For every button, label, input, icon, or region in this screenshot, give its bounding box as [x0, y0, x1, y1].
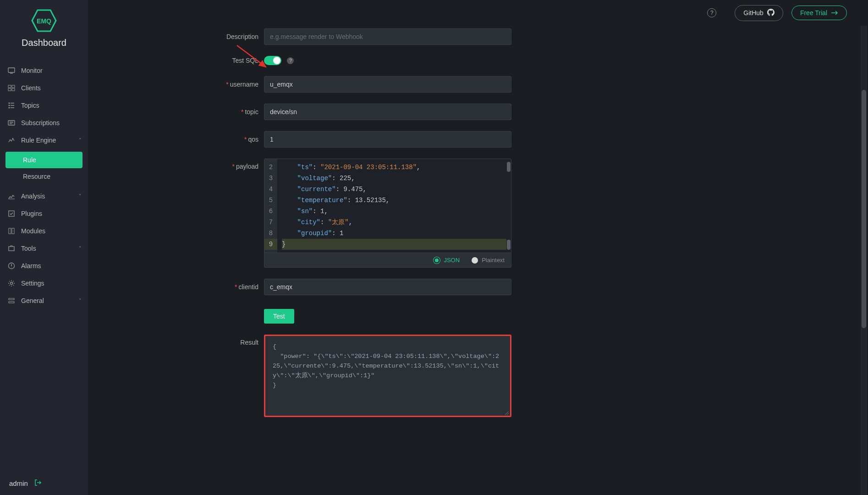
logout-icon[interactable] — [34, 479, 42, 488]
nav-label: Topics — [21, 102, 39, 109]
code-line: "voltage": 225, — [282, 173, 506, 184]
emq-logo-icon: EMQ — [31, 9, 57, 32]
topic-input[interactable] — [264, 104, 511, 120]
nav-label: Subscriptions — [21, 119, 60, 126]
github-button[interactable]: GitHub — [735, 5, 783, 21]
sidebar-footer: admin — [0, 472, 88, 495]
svg-point-18 — [11, 282, 13, 285]
nav-label: Tools — [21, 245, 36, 252]
svg-point-11 — [10, 139, 11, 140]
code-line: "ts": "2021-09-04 23:05:11.138", — [282, 162, 506, 173]
arrow-right-icon — [831, 9, 838, 16]
monitor-icon — [7, 66, 16, 75]
subscriptions-icon — [7, 119, 16, 127]
sidebar-item-clients[interactable]: Clients — [0, 79, 88, 97]
result-label: Result — [88, 335, 264, 346]
nav-label: Rule Engine — [21, 137, 56, 144]
help-icon[interactable]: ? — [707, 8, 716, 17]
test-sql-toggle[interactable] — [264, 56, 281, 65]
result-text: { "power": "{\"ts\":\"2021-09-04 23:05:1… — [273, 343, 499, 389]
plugins-icon — [7, 209, 16, 218]
payload-editor[interactable]: 23456789 "ts": "2021-09-04 23:05:11.138"… — [264, 159, 511, 253]
description-label: Description — [88, 33, 264, 40]
nav-label: General — [21, 297, 44, 304]
sidebar-item-subscriptions[interactable]: Subscriptions — [0, 114, 88, 132]
chevron-up-icon: ˄ — [79, 138, 82, 143]
content: Description Test SQL ? *username *topic — [88, 26, 868, 495]
modules-icon — [7, 227, 16, 235]
svg-rect-15 — [12, 228, 14, 234]
result-output[interactable]: { "power": "{\"ts\":\"2021-09-04 23:05:1… — [264, 335, 511, 417]
sidebar-item-general[interactable]: General˅ — [0, 292, 88, 309]
svg-rect-5 — [8, 88, 11, 91]
svg-rect-6 — [12, 88, 15, 91]
radio-dot-icon — [434, 257, 440, 264]
payload-label: *payload — [88, 159, 264, 170]
code-line: "groupid": 1 — [282, 228, 506, 239]
clientid-input[interactable] — [264, 279, 511, 295]
nav-label: Modules — [21, 227, 45, 235]
description-input[interactable] — [264, 28, 511, 45]
sidebar-item-alarms[interactable]: Alarms — [0, 257, 88, 275]
sidebar-item-modules[interactable]: Modules — [0, 222, 88, 240]
main-scrollbar[interactable] — [861, 26, 867, 495]
test-sql-help-icon[interactable]: ? — [287, 57, 294, 64]
code-line: } — [282, 239, 506, 250]
editor-lines[interactable]: "ts": "2021-09-04 23:05:11.138", "voltag… — [277, 159, 511, 253]
topic-label: *topic — [88, 108, 264, 116]
radio-dot-icon — [472, 257, 478, 264]
svg-rect-13 — [9, 211, 14, 216]
svg-point-7 — [9, 103, 10, 104]
topics-icon — [7, 101, 16, 110]
editor-scroll-thumb[interactable] — [507, 162, 511, 172]
github-label: GitHub — [743, 9, 764, 16]
sidebar-item-plugins[interactable]: Plugins — [0, 205, 88, 222]
sidebar-item-analysis[interactable]: Analysis˅ — [0, 187, 88, 205]
sidebar-subitem-resource[interactable]: Resource — [5, 168, 82, 185]
general-icon — [7, 297, 16, 305]
sidebar-item-monitor[interactable]: Monitor — [0, 62, 88, 79]
nav-label: Clients — [21, 84, 41, 92]
svg-rect-20 — [9, 302, 14, 303]
chevron-down-icon: ˅ — [79, 246, 82, 252]
svg-rect-14 — [9, 228, 11, 234]
editor-gutter: 23456789 — [264, 159, 277, 253]
sidebar: EMQ Dashboard MonitorClientsTopicsSubscr… — [0, 0, 88, 495]
sidebar-item-topics[interactable]: Topics — [0, 97, 88, 114]
sidebar-subitem-rule[interactable]: Rule — [5, 152, 82, 168]
code-line: "currente": 9.475, — [282, 184, 506, 195]
alarms-icon — [7, 262, 16, 270]
chevron-down-icon: ˅ — [79, 193, 82, 199]
nav-label: Monitor — [21, 67, 43, 74]
svg-text:EMQ: EMQ — [37, 17, 51, 25]
test-sql-label: Test SQL — [88, 57, 264, 64]
format-plaintext-radio[interactable]: Plaintext — [472, 257, 505, 264]
sidebar-item-rule-engine[interactable]: Rule Engine˄ — [0, 132, 88, 149]
username-input[interactable] — [264, 76, 511, 93]
svg-rect-4 — [12, 85, 15, 88]
format-json-radio[interactable]: JSON — [434, 257, 460, 264]
clients-icon — [7, 84, 16, 92]
tools-icon — [7, 244, 16, 253]
settings-icon — [7, 279, 16, 287]
qos-label: *qos — [88, 136, 264, 143]
clientid-label: *clientid — [88, 283, 264, 291]
qos-input[interactable] — [264, 131, 511, 148]
free-trial-label: Free Trial — [800, 9, 827, 16]
free-trial-button[interactable]: Free Trial — [791, 6, 847, 20]
sidebar-item-settings[interactable]: Settings — [0, 275, 88, 292]
code-line: "city": "太原", — [282, 217, 506, 228]
nav-label: Alarms — [21, 262, 41, 270]
topbar: ? GitHub Free Trial — [88, 0, 868, 26]
svg-point-9 — [9, 107, 10, 109]
scrollbar-thumb[interactable] — [862, 90, 866, 328]
sidebar-item-tools[interactable]: Tools˅ — [0, 240, 88, 257]
username-label: *username — [88, 81, 264, 88]
logo-area: EMQ Dashboard — [0, 0, 88, 53]
test-button[interactable]: Test — [264, 309, 294, 324]
editor-scroll-thumb[interactable] — [507, 240, 511, 250]
chevron-down-icon: ˅ — [79, 298, 82, 304]
nav-label: Analysis — [21, 192, 45, 200]
svg-rect-2 — [8, 68, 15, 72]
resize-handle-icon[interactable] — [504, 409, 509, 415]
